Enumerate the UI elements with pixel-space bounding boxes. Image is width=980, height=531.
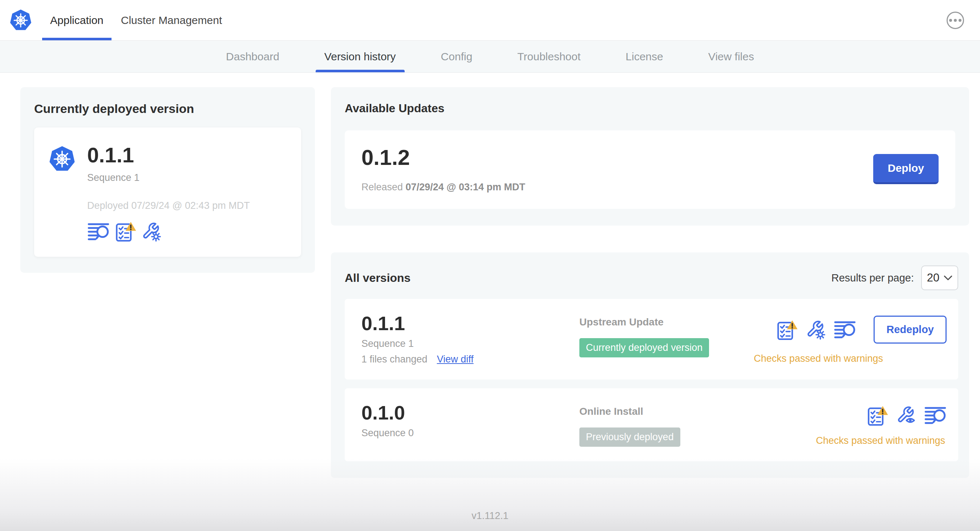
console-version: v1.112.1	[471, 510, 509, 521]
all-versions-panel: All versions Results per page: 20 0.1.1 …	[331, 253, 969, 478]
available-updates-title: Available Updates	[345, 102, 955, 115]
preflight-checks-warning-icon[interactable]	[867, 405, 888, 426]
main-content: Currently deployed version 0.1.1 Sequenc…	[0, 73, 980, 478]
row-sequence-label: Sequence 0	[361, 428, 579, 439]
version-source-label: Online Install	[579, 406, 754, 417]
subnav-version-history[interactable]: Version history	[302, 41, 418, 72]
deployed-timestamp: Deployed 07/29/24 @ 02:43 pm MDT	[87, 200, 250, 211]
update-card: 0.1.2 Released 07/29/24 @ 03:14 pm MDT D…	[345, 130, 955, 209]
subnav-view-files[interactable]: View files	[686, 41, 776, 72]
update-released-line: Released 07/29/24 @ 03:14 pm MDT	[361, 181, 525, 193]
view-diff-link[interactable]: View diff	[437, 354, 474, 365]
app-header: Application Cluster Management	[0, 0, 980, 41]
redeploy-button[interactable]: Redeploy	[873, 316, 947, 343]
view-logs-icon[interactable]	[924, 406, 947, 425]
right-column: Available Updates 0.1.2 Released 07/29/2…	[331, 87, 969, 478]
subnav-config[interactable]: Config	[418, 41, 495, 72]
subnav-dashboard[interactable]: Dashboard	[204, 41, 302, 72]
checks-status-text: Checks passed with warnings	[754, 353, 883, 364]
deployed-version-number: 0.1.1	[87, 144, 250, 166]
all-versions-title: All versions	[345, 271, 410, 285]
update-version-number: 0.1.2	[361, 145, 525, 170]
checks-status-text: Checks passed with warnings	[816, 435, 945, 447]
deployed-sequence-label: Sequence 1	[87, 172, 250, 183]
results-per-page-value: 20	[927, 271, 939, 285]
edit-config-icon[interactable]	[142, 222, 161, 242]
subnav-troubleshoot[interactable]: Troubleshoot	[495, 41, 603, 72]
currently-deployed-panel: Currently deployed version 0.1.1 Sequenc…	[20, 87, 315, 273]
available-updates-panel: Available Updates 0.1.2 Released 07/29/2…	[331, 87, 969, 226]
deploy-button[interactable]: Deploy	[873, 154, 939, 184]
main-tabs: Application Cluster Management	[41, 0, 231, 40]
kubernetes-app-icon	[49, 146, 76, 173]
view-logs-icon[interactable]	[834, 320, 856, 340]
status-badge-currently-deployed: Currently deployed version	[579, 338, 709, 358]
view-logs-icon[interactable]	[87, 222, 110, 242]
row-actions	[867, 405, 947, 426]
chevron-down-icon	[944, 275, 952, 281]
preflight-checks-warning-icon[interactable]	[115, 221, 137, 242]
results-per-page-label: Results per page:	[831, 272, 914, 284]
version-row-0-1-0: 0.1.0 Sequence 0 Online Install Previous…	[345, 388, 958, 461]
currently-deployed-title: Currently deployed version	[34, 102, 301, 116]
row-version-number: 0.1.0	[361, 403, 579, 422]
row-version-number: 0.1.1	[361, 313, 579, 333]
released-prefix: Released	[361, 181, 403, 192]
tab-cluster-management[interactable]: Cluster Management	[112, 0, 231, 40]
view-config-icon[interactable]	[896, 406, 916, 425]
subnav-license[interactable]: License	[603, 41, 686, 72]
app-subnav: Dashboard Version history Config Trouble…	[0, 41, 980, 73]
deployed-version-actions	[87, 221, 250, 242]
status-badge-previously-deployed: Previously deployed	[579, 428, 680, 447]
tab-application[interactable]: Application	[41, 0, 112, 40]
results-per-page-select[interactable]: 20	[921, 266, 958, 290]
preflight-checks-warning-icon[interactable]	[776, 319, 798, 340]
row-actions: Redeploy	[776, 316, 947, 343]
version-source-label: Upstream Update	[579, 316, 754, 328]
released-date: 07/29/24 @ 03:14 pm MDT	[406, 181, 525, 192]
page-footer: v1.112.1	[0, 458, 980, 531]
results-per-page: Results per page: 20	[831, 266, 958, 290]
more-menu-button[interactable]	[947, 12, 964, 29]
edit-config-icon[interactable]	[806, 320, 826, 340]
files-changed-label: 1 files changed	[361, 354, 428, 365]
deployed-version-card: 0.1.1 Sequence 1 Deployed 07/29/24 @ 02:…	[34, 127, 301, 257]
version-row-0-1-1: 0.1.1 Sequence 1 1 files changed View di…	[345, 299, 958, 380]
kubernetes-logo-icon	[10, 9, 32, 32]
row-sequence-label: Sequence 1	[361, 338, 579, 350]
ellipsis-icon	[949, 19, 952, 22]
